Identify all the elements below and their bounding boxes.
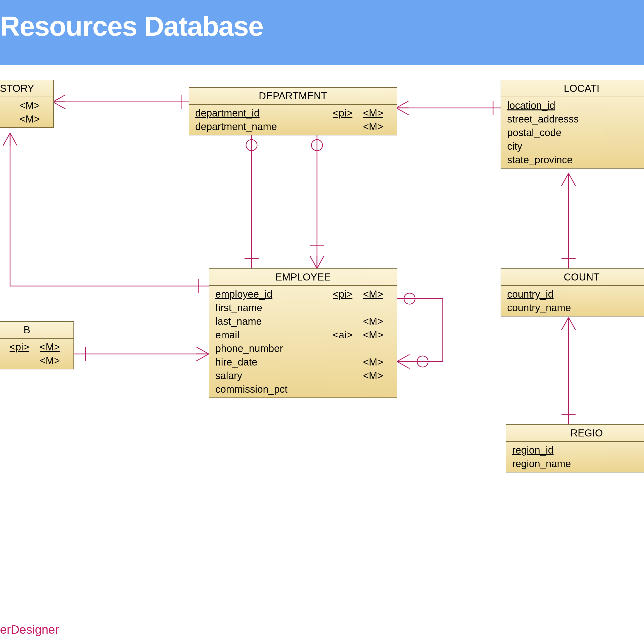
attr-mandatory [363,383,391,395]
rel-jobhistory-department [53,95,189,109]
attr-name [0,354,10,367]
er-diagram-canvas: ISTORY te <M> te <M> DEPARTMENT departme… [0,65,644,543]
rel-department-location [396,101,501,115]
attr-mandatory: <M> [20,113,47,125]
page-title: Resources Database [0,10,644,42]
attr-pi: <pi> [333,107,363,119]
attr-name: department_id [195,107,333,119]
entity-title: ISTORY [0,80,53,97]
attr-row: te <M> [0,112,53,126]
entity-title: B [0,322,73,339]
attr-name: location_id [507,99,644,112]
attr-pi [333,301,363,314]
attr-mandatory: <M> [363,329,391,341]
entity-title: COUNT [501,269,644,286]
attr-name: email [215,329,333,341]
entity-department[interactable]: DEPARTMENT department_id <pi> <M> depart… [189,87,397,135]
attr-mandatory: <M> [363,120,391,133]
entity-employee[interactable]: EMPLOYEE employee_id <pi> <M> first_name… [209,268,397,398]
rel-employee-department [310,133,324,268]
entity-attributes: region_id region_name [506,442,644,472]
attr-row: employee_id <pi> <M> [209,287,397,301]
attr-mandatory: <M> [363,356,391,368]
attr-name: state_province [507,153,644,166]
svg-point-5 [246,140,257,151]
attr-pi: <pi> [10,341,40,353]
attr-row: last_name <M> [209,314,397,328]
attr-name: city [507,140,644,152]
attr-row: first_name [209,301,397,314]
attr-mandatory [363,342,391,355]
entity-region[interactable]: REGIO region_id region_name [506,424,644,472]
entity-attributes: te <M> te <M> [0,97,53,127]
rel-location-country [561,173,576,268]
entity-job[interactable]: B <pi> <M> <M> [0,321,74,369]
rel-jobhistory-employee [3,133,209,293]
attr-row: country_name [501,301,644,314]
attr-row: department_id <pi> <M> [189,106,397,120]
attr-pi: <ai> [333,329,363,341]
attr-name: department_name [195,120,333,133]
entity-attributes: country_id country_name [501,286,644,316]
entity-attributes: department_id <pi> <M> department_name <… [189,105,397,135]
attr-pi [333,383,363,395]
rel-employee-self [397,293,443,369]
svg-point-14 [404,293,415,304]
attr-row: <pi> <M> [0,340,73,354]
attr-row: region_name [506,457,644,470]
attr-pi [333,120,363,133]
attr-pi [333,315,363,328]
attr-row: state_province [501,153,644,167]
entity-attributes: <pi> <M> <M> [0,339,73,369]
attr-name: te [0,113,20,125]
attr-row: department_name <M> [189,120,397,133]
entity-attributes: location_id street_addresss postal_code … [501,97,644,168]
attr-row: email <ai> <M> [209,328,397,342]
attr-row: region_id [506,443,644,457]
page-header: Resources Database [0,0,644,65]
svg-point-8 [311,140,323,151]
attr-pi [333,356,363,368]
attr-mandatory: <M> [363,315,391,328]
attr-row: location_id [501,99,644,112]
attr-row: phone_number [209,342,397,355]
attr-row: te <M> [0,99,53,112]
entity-title: DEPARTMENT [189,88,397,105]
attr-mandatory: <M> [20,99,47,112]
attr-name: phone_number [215,342,333,355]
attr-row: salary <M> [209,369,397,382]
attr-row: street_addresss [501,112,644,126]
attr-name: postal_code [507,126,644,139]
attr-name: hire_date [215,356,333,368]
attr-mandatory: <M> [363,369,391,382]
entity-title: EMPLOYEE [209,269,397,286]
footer-credit: erDesigner [0,623,59,636]
attr-name: last_name [215,315,333,328]
entity-job-history[interactable]: ISTORY te <M> te <M> [0,80,54,128]
attr-mandatory: <M> [40,341,67,353]
entity-country[interactable]: COUNT country_id country_name [501,268,644,316]
attr-pi [10,354,40,367]
attr-name: employee_id [215,288,333,300]
entity-location[interactable]: LOCATI location_id street_addresss posta… [501,80,644,169]
entity-attributes: employee_id <pi> <M> first_name last_nam… [209,286,397,397]
attr-mandatory: <M> [40,354,67,367]
attr-name: first_name [215,301,333,314]
attr-name: country_name [507,301,644,314]
attr-row: city [501,139,644,153]
attr-mandatory [363,301,391,314]
attr-row: postal_code [501,126,644,139]
attr-name: region_name [512,457,644,470]
attr-name: salary [215,369,333,382]
attr-name: country_id [507,288,644,300]
attr-name: te [0,99,20,112]
attr-row: <M> [0,354,73,367]
attr-row: hire_date <M> [209,355,397,369]
rel-country-region [561,317,576,424]
rel-department-employee-manager [245,133,259,268]
entity-title: REGIO [506,425,644,442]
attr-name: commission_pct [215,383,333,395]
svg-point-15 [417,356,428,367]
attr-row: country_id [501,287,644,301]
attr-mandatory: <M> [363,288,391,300]
